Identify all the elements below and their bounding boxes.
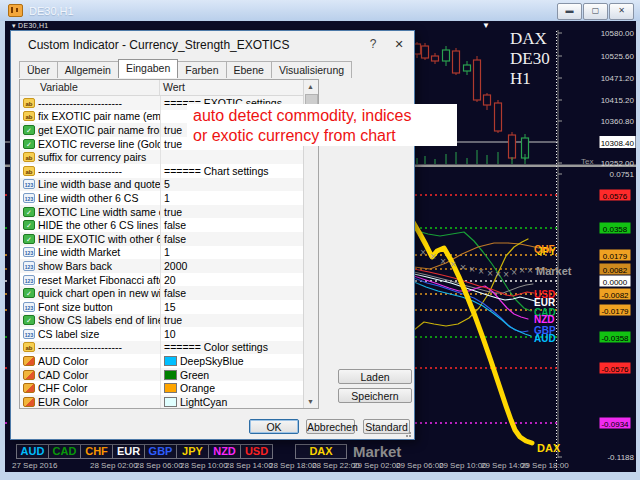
currency-button-usd[interactable]: USD [240,444,273,459]
param-value[interactable]: 15 [160,300,318,314]
param-row[interactable]: 123CS label size10 [20,327,318,341]
param-value[interactable]: ====== Color settings [160,341,318,355]
param-name: ------------------------ [38,97,160,109]
param-value[interactable]: 20 [160,273,318,287]
currency-button-jpy[interactable]: JPY [176,444,209,459]
param-name: HIDE EXOTIC with other 6 CS lines [38,233,160,245]
market-x-mark: × [430,252,437,261]
bool-type-icon: ✓ [23,139,35,149]
line-label-chf: CHF [534,244,555,255]
time-axis-label: 29 Sep 10:00 [439,461,487,470]
close-icon[interactable]: ✕ [609,3,634,20]
int-type-icon: 123 [23,247,35,257]
scroll-up-icon[interactable]: ▲ [304,80,317,93]
param-row[interactable]: 123Line width Market1 [20,246,318,260]
param-row[interactable]: absuffix for currency pairs [20,150,318,164]
param-value[interactable]: DeepSkyBlue [160,354,318,368]
time-axis[interactable]: 27 Sep 201628 Sep 02:0028 Sep 06:0028 Se… [5,458,636,472]
param-row[interactable]: ab------------------------====== Color s… [20,341,318,355]
param-row[interactable]: EUR ColorLightCyan [20,395,318,409]
ok-button[interactable]: OK [249,419,299,434]
param-name: fix EXOTIC pair name (empty for XAUU... [38,110,160,122]
market-x-mark: × [469,265,476,274]
color-type-icon [23,370,35,380]
minimize-icon[interactable]: ▬ [557,3,582,20]
color-swatch [164,356,177,366]
param-row[interactable]: ✓EXOTIC Line width same other 6 CStrue [20,205,318,219]
tab-allgemein[interactable]: Allgemein [57,61,119,78]
param-value[interactable]: true [160,205,318,219]
param-value[interactable]: false [160,232,318,246]
line-label-market: Market [536,265,572,277]
tab-visualisierung[interactable]: Visualisierung [271,61,352,78]
time-axis-label: 29 Sep 02:00 [353,461,401,470]
standard-button[interactable]: Standard [363,419,410,434]
param-row[interactable]: CAD ColorGreen [20,368,318,382]
abbrechen-button[interactable]: Abbrechen [306,419,355,434]
param-row[interactable]: ✓HIDE EXOTIC with other 6 CS linesfalse [20,232,318,246]
currency-button-eur[interactable]: EUR [112,444,145,459]
param-value[interactable]: 10 [160,327,318,341]
tab-eingaben[interactable]: Eingaben [118,59,178,78]
param-value[interactable]: 1 [160,191,318,205]
param-row[interactable]: 123Line width base and quote CS5 [20,178,318,192]
dialog-close-icon[interactable]: ✕ [391,36,407,52]
param-row[interactable]: 123reset Market Fibonacci after candles2… [20,273,318,287]
currency-button-cad[interactable]: CAD [48,444,81,459]
tab-farben[interactable]: Farben [177,61,226,78]
dax-button[interactable]: DAX [295,444,347,459]
dialog-titlebar[interactable]: Custom Indicator - Currency_Strength_EXO… [11,31,414,55]
param-value[interactable]: 1 [160,246,318,260]
color-swatch [164,383,177,393]
laden-button[interactable]: Laden [338,369,412,384]
param-value[interactable]: false [160,286,318,300]
scroll-down-icon[interactable]: ▼ [304,395,317,408]
currency-button-nzd[interactable]: NZD [208,444,241,459]
param-value[interactable]: LightCyan [160,395,318,409]
param-row[interactable]: 123show Bars back2000 [20,259,318,273]
string-type-icon: ab [23,98,35,108]
param-row[interactable]: ✓HIDE the other 6 CS linesfalse [20,218,318,232]
param-name: EXOTIC reverse line (Gold is reversed) [38,138,160,150]
svg-text:0.0179: 0.0179 [603,252,628,261]
svg-text:-0.0576: -0.0576 [601,365,629,374]
param-value[interactable]: ====== Chart settings [160,164,318,178]
param-value[interactable]: 5 [160,178,318,192]
currency-button-gbp[interactable]: GBP [144,444,177,459]
param-value[interactable]: true [160,314,318,328]
param-row[interactable]: 123Font size button15 [20,300,318,314]
market-x-mark: × [519,266,526,275]
param-value[interactable] [160,150,318,164]
currency-button-aud[interactable]: AUD [16,444,49,459]
param-row[interactable]: CHF ColorOrange [20,381,318,395]
param-value[interactable]: Orange [160,381,318,395]
maximize-icon[interactable]: ▢ [583,3,608,20]
param-value[interactable]: false [160,218,318,232]
param-row[interactable]: AUD ColorDeepSkyBlue [20,354,318,368]
time-axis-label: 28 Sep 18:00 [269,461,317,470]
price-scale-label: 10580.00 [601,29,635,38]
market-x-mark: × [487,269,494,278]
speichern-button[interactable]: Speichern [338,388,412,403]
color-type-icon [23,383,35,393]
chart-window-titlebar[interactable]: ▾ DE30,H1 ▼ [5,21,636,30]
param-row[interactable]: ✓quick chart open in new windowfalse [20,286,318,300]
param-row[interactable]: ✓Show CS labels end of linetrue [20,314,318,328]
param-row[interactable]: ab------------------------====== Chart s… [20,164,318,178]
param-value[interactable]: Green [160,368,318,382]
help-button[interactable]: ? [365,36,381,52]
tab-über[interactable]: Über [19,61,58,78]
param-value[interactable]: 2000 [160,259,318,273]
tab-ebene[interactable]: Ebene [226,61,272,78]
bool-type-icon: ✓ [23,315,35,325]
string-type-icon: ab [23,166,35,176]
param-row[interactable]: 123Line width other 6 CS1 [20,191,318,205]
resize-grip[interactable] [405,430,412,437]
time-axis-label: 28 Sep 06:00 [135,461,183,470]
autoscroll-triangle-icon: ▼ [482,21,490,30]
param-name: CHF Color [38,382,160,394]
window-titlebar[interactable]: DE30,H1 ▬ ▢ ✕ [0,0,640,21]
string-type-icon: ab [23,342,35,352]
currency-button-chf[interactable]: CHF [80,444,113,459]
candlestick [509,132,516,160]
